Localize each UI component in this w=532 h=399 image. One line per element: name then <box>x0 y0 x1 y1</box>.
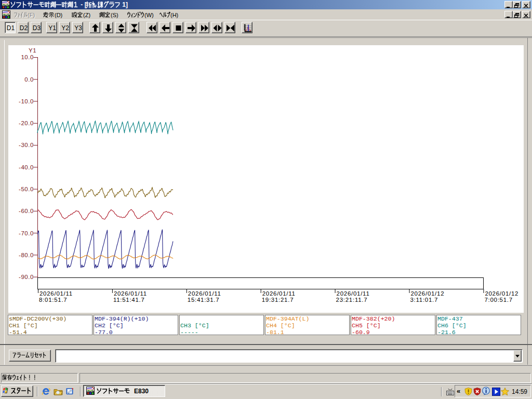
svg-text:2026/01/12: 2026/01/12 <box>485 290 518 297</box>
svg-text:-70.0: -70.0 <box>19 230 34 236</box>
svg-text:-10.0: -10.0 <box>19 98 34 104</box>
svg-text:-20.0: -20.0 <box>19 120 34 126</box>
svg-text:-50.0: -50.0 <box>19 186 34 192</box>
svg-text:2026/01/11: 2026/01/11 <box>39 290 73 297</box>
svg-text:7:00:51.7: 7:00:51.7 <box>484 297 512 303</box>
svg-text:-80.0: -80.0 <box>19 252 34 258</box>
svg-text:2026/01/11: 2026/01/11 <box>337 290 370 297</box>
svg-text:8:01:51.7: 8:01:51.7 <box>39 297 67 303</box>
svg-text:19:31:21.7: 19:31:21.7 <box>262 297 294 303</box>
svg-text:2026/01/12: 2026/01/12 <box>411 290 445 297</box>
svg-text:23:21:11.7: 23:21:11.7 <box>336 297 368 303</box>
svg-text:15:41:31.7: 15:41:31.7 <box>188 297 220 303</box>
svg-text:3:11:01.7: 3:11:01.7 <box>410 297 438 303</box>
svg-text:0.0: 0.0 <box>24 76 34 83</box>
svg-text:-90.0: -90.0 <box>19 274 34 280</box>
svg-text:2026/01/11: 2026/01/11 <box>114 290 147 297</box>
svg-text:2026/01/11: 2026/01/11 <box>262 290 296 297</box>
svg-text:11:51:41.7: 11:51:41.7 <box>113 297 145 303</box>
svg-text:-60.0: -60.0 <box>19 208 34 214</box>
svg-text:-30.0: -30.0 <box>19 142 34 148</box>
svg-text:Y1: Y1 <box>29 47 36 54</box>
svg-text:-40.0: -40.0 <box>19 164 34 170</box>
svg-text:10.0: 10.0 <box>21 54 34 60</box>
svg-text:2026/01/11: 2026/01/11 <box>188 290 221 297</box>
